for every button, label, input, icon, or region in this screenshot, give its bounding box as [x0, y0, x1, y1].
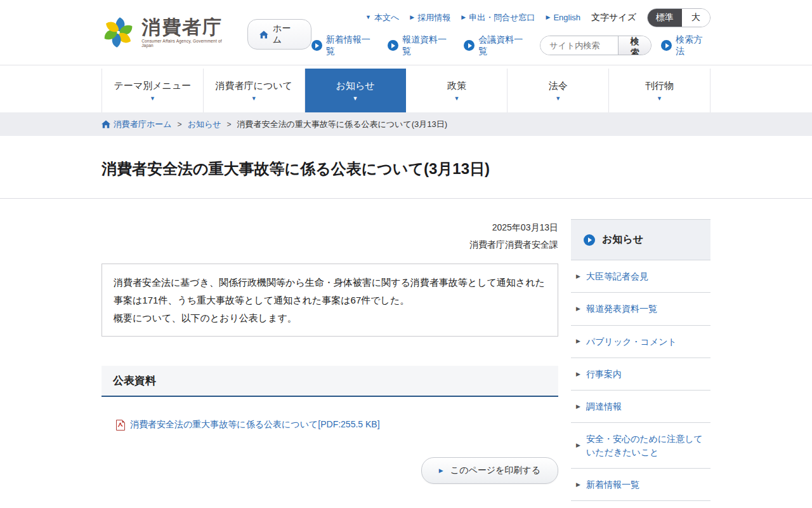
header-utilities: ▼ 本文へ ▶ 採用情報 ▶ 申出・問合せ窓口 ▶ English 文字サイズ	[311, 8, 710, 57]
search-button[interactable]: 検索	[618, 36, 651, 55]
home-icon	[259, 30, 268, 39]
chevron-right-icon: ▶	[576, 481, 580, 489]
pdf-link-row: 消費者安全法の重大事故等に係る公表について[PDF:255.5 KB]	[102, 419, 558, 431]
summary-paragraph: 概要について、以下のとおり公表します。	[114, 309, 546, 327]
chevron-down-icon: ▼	[353, 96, 358, 102]
sidebar-item-public-comment[interactable]: ▶ パブリック・コメント	[571, 326, 710, 358]
tab-laws[interactable]: 法令 ▼	[508, 69, 609, 112]
chevron-right-icon: ▶	[461, 15, 466, 20]
agency-name: 消費者庁	[141, 17, 233, 37]
summary-box: 消費者安全法に基づき、関係行政機関等から生命・身体被害に関する消費者事故等として…	[102, 264, 558, 337]
home-icon	[102, 120, 110, 128]
publish-date: 2025年03月13日	[102, 219, 558, 236]
search-help-link[interactable]: 検索方法	[661, 34, 710, 57]
press-materials-list-link[interactable]: 報道資料一覧	[388, 34, 454, 57]
site-search: 検索	[540, 36, 652, 55]
main-navigation: テーマ別メニュー ▼ 消費者庁について ▼ お知らせ ▼ 政策 ▼ 法令 ▼ 刊…	[0, 65, 812, 112]
site-header: 消費者庁 Consumer Affairs Agency, Government…	[0, 0, 812, 65]
breadcrumb-current: 消費者安全法の重大事故等に係る公表について(3月13日)	[237, 119, 447, 130]
publish-department: 消費者庁消費者安全課	[102, 236, 558, 253]
chevron-down-icon: ▼	[657, 96, 662, 102]
font-size-standard-button[interactable]: 標準	[648, 9, 682, 27]
agency-name-en: Consumer Affairs Agency, Government of J…	[141, 39, 233, 48]
page-content: 2025年03月13日 消費者庁消費者安全課 消費者安全法に基づき、関係行政機関…	[102, 199, 710, 508]
chevron-right-icon: ▶	[576, 305, 580, 313]
sidebar-item-safety-cautions[interactable]: ▶ 安全・安心のために注意していただきたいこと	[571, 423, 710, 469]
circle-arrow-icon	[464, 40, 475, 51]
tab-policy[interactable]: 政策 ▼	[406, 69, 508, 112]
skip-to-content-link[interactable]: ▼ 本文へ	[365, 12, 399, 23]
chevron-right-icon: ▶	[576, 337, 580, 345]
sidebar-item-press-release-list[interactable]: ▶ 報道発表資料一覧	[571, 293, 710, 325]
tab-about-agency[interactable]: 消費者庁について ▼	[204, 69, 305, 112]
font-size-toggle: 標準 大	[647, 8, 710, 27]
chevron-right-icon: ▶	[576, 403, 580, 411]
page-title: 消費者安全法の重大事故等に係る公表について(3月13日)	[102, 159, 710, 179]
pdf-download-link[interactable]: 消費者安全法の重大事故等に係る公表について[PDF:255.5 KB]	[130, 419, 380, 431]
chevron-right-icon: ▶	[576, 441, 580, 450]
chevron-down-icon: ▼	[454, 96, 459, 102]
sidebar-item-press-conference[interactable]: ▶ 大臣等記者会見	[571, 260, 710, 293]
chevron-right-icon: ▶	[410, 15, 414, 20]
pdf-file-icon	[115, 420, 125, 431]
tab-publications[interactable]: 刊行物 ▼	[609, 69, 710, 112]
circle-arrow-icon	[661, 40, 672, 51]
tab-theme-menu[interactable]: テーマ別メニュー ▼	[102, 69, 204, 112]
new-info-list-link[interactable]: 新着情報一覧	[311, 34, 378, 57]
agency-pinwheel-icon	[102, 15, 135, 50]
chevron-down-icon: ▼	[150, 96, 155, 102]
breadcrumb-separator: >	[227, 120, 232, 129]
section-title-published-materials: 公表資料	[102, 366, 558, 397]
breadcrumb-bar: 消費者庁ホーム > お知らせ > 消費者安全法の重大事故等に係る公表について(3…	[0, 112, 812, 136]
font-size-large-button[interactable]: 大	[682, 9, 710, 27]
recruit-info-link[interactable]: ▶ 採用情報	[410, 12, 450, 23]
sidebar-item-new-info-list[interactable]: ▶ 新着情報一覧	[571, 469, 710, 501]
sidebar-item-procurement[interactable]: ▶ 調達情報	[571, 391, 710, 423]
chevron-right-icon: ▶	[576, 272, 580, 281]
tab-news[interactable]: お知らせ ▼	[305, 69, 407, 112]
title-band: 消費者安全法の重大事故等に係る公表について(3月13日)	[0, 136, 812, 199]
inquiry-window-link[interactable]: ▶ 申出・問合せ窓口	[461, 12, 535, 23]
home-button-label: ホーム	[273, 23, 299, 46]
chevron-down-icon: ▼	[555, 96, 561, 102]
main-column: 2025年03月13日 消費者庁消費者安全課 消費者安全法に基づき、関係行政機関…	[102, 219, 558, 508]
breadcrumb-home-link[interactable]: 消費者庁ホーム	[102, 119, 172, 130]
meeting-materials-list-link[interactable]: 会議資料一覧	[464, 34, 530, 57]
sidebar-item-events[interactable]: ▶ 行事案内	[571, 358, 710, 391]
sidebar-news-menu: お知らせ ▶ 大臣等記者会見 ▶ 報道発表資料一覧 ▶ パブリック・コメント ▶…	[571, 219, 710, 508]
summary-paragraph: 消費者安全法に基づき、関係行政機関等から生命・身体被害に関する消費者事故等として…	[114, 274, 546, 309]
font-size-label: 文字サイズ	[591, 12, 636, 23]
chevron-right-icon: ▶	[576, 370, 580, 378]
breadcrumb: 消費者庁ホーム > お知らせ > 消費者安全法の重大事故等に係る公表について(3…	[102, 112, 710, 136]
circle-arrow-icon	[584, 234, 595, 246]
english-link[interactable]: ▶ English	[546, 13, 580, 22]
breadcrumb-separator: >	[178, 120, 182, 129]
sidebar-title: お知らせ	[571, 219, 710, 260]
chevron-right-icon: ▶	[439, 468, 443, 474]
chevron-right-icon: ▶	[546, 15, 550, 20]
breadcrumb-news-link[interactable]: お知らせ	[188, 119, 221, 130]
chevron-down-icon: ▼	[251, 96, 257, 102]
site-search-input[interactable]	[540, 36, 618, 55]
circle-arrow-icon	[388, 40, 398, 51]
sidebar-item-cutoff[interactable]	[571, 501, 710, 508]
home-button[interactable]: ホーム	[247, 19, 311, 50]
circle-arrow-icon	[311, 40, 322, 51]
print-page-button[interactable]: ▶ このページを印刷する	[421, 457, 558, 484]
agency-logo[interactable]: 消費者庁 Consumer Affairs Agency, Government…	[102, 15, 233, 50]
chevron-down-icon: ▼	[365, 15, 371, 20]
